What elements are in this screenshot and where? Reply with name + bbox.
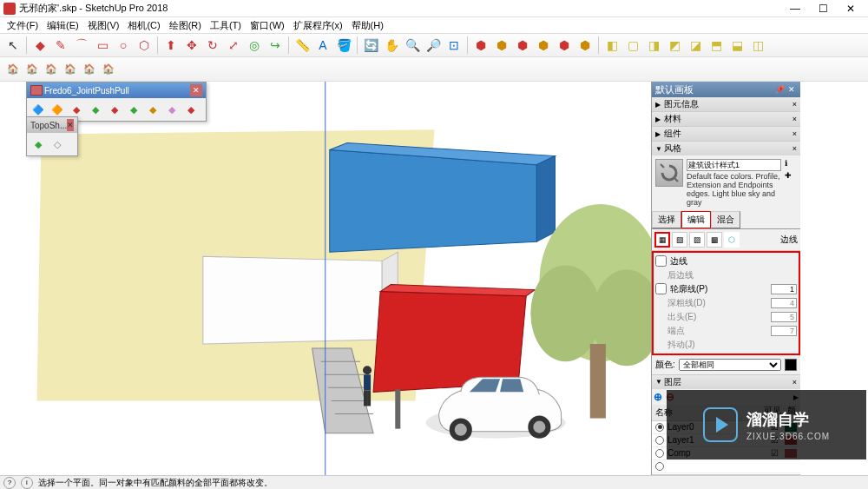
info-icon[interactable]: i — [21, 477, 33, 489]
model-settings-icon[interactable]: ⬡ — [724, 232, 740, 248]
layer-row[interactable] — [652, 460, 800, 473]
section-entity-info[interactable]: ▶ 图元信息 × — [652, 97, 800, 111]
select-icon[interactable]: ↖ — [3, 36, 23, 55]
arc-icon[interactable]: ⌒ — [72, 36, 91, 55]
offset-icon[interactable]: ◎ — [245, 36, 264, 55]
minimize-button[interactable]: — — [781, 0, 809, 17]
jpp-icon[interactable]: ◆ — [125, 101, 142, 118]
jpp-icon[interactable]: ◆ — [163, 101, 181, 118]
view-left-icon[interactable]: ⬒ — [707, 36, 726, 55]
layer-radio[interactable] — [655, 423, 664, 432]
color-swatch[interactable] — [785, 359, 797, 371]
tool-icon[interactable]: ⬢ — [471, 36, 490, 55]
scene-add-icon[interactable]: 🏠 — [3, 60, 23, 79]
close-button[interactable]: ✕ — [837, 0, 865, 17]
scene-next-icon[interactable]: 🏠 — [61, 60, 80, 79]
profile-checkbox[interactable] — [655, 283, 667, 294]
zoomextent-icon[interactable]: ⊡ — [444, 36, 464, 55]
tool-icon[interactable]: ⬢ — [575, 36, 595, 55]
section-styles[interactable]: ▼ 风格 × — [652, 142, 800, 155]
edges-checkbox[interactable] — [655, 255, 667, 267]
tab-edit[interactable]: 编辑 — [681, 211, 711, 228]
jpp-icon[interactable]: ◆ — [182, 101, 200, 118]
menu-view[interactable]: 视图(V) — [84, 18, 123, 33]
followme-icon[interactable]: ↪ — [266, 36, 285, 55]
face-settings-icon[interactable]: ▧ — [672, 232, 687, 248]
panel-close-icon[interactable]: ✕ — [786, 84, 797, 95]
zoomwin-icon[interactable]: 🔎 — [424, 36, 443, 55]
bg-settings-icon[interactable]: ▨ — [689, 232, 705, 248]
scene-del-icon[interactable]: 🏠 — [80, 60, 99, 79]
jpp-icon[interactable]: ◆ — [68, 101, 85, 118]
orbit-icon[interactable]: 🔄 — [361, 36, 380, 55]
rotate-icon[interactable]: ↻ — [203, 36, 222, 55]
text-icon[interactable]: A — [313, 36, 332, 55]
menu-extensions[interactable]: 扩展程序(x) — [290, 18, 346, 33]
section-components[interactable]: ▶ 组件 × — [652, 127, 800, 141]
plugin-titlebar[interactable]: Fredo6_JointPushPull ✕ — [27, 83, 206, 98]
topo-icon[interactable]: ◇ — [49, 135, 66, 153]
section-close-icon[interactable]: × — [792, 144, 797, 153]
color-mode-select[interactable]: 全部相同 — [679, 359, 781, 371]
tape-icon[interactable]: 📏 — [293, 36, 312, 55]
add-layer-icon[interactable]: ⊕ — [654, 391, 662, 403]
tab-select[interactable]: 选择 — [652, 211, 681, 228]
tab-mix[interactable]: 混合 — [711, 211, 740, 228]
plugin-close-icon[interactable]: ✕ — [190, 84, 202, 96]
jpp-icon[interactable]: ◆ — [106, 101, 123, 118]
section-layers[interactable]: ▼ 图层 × — [652, 375, 800, 389]
scene-prev-icon[interactable]: 🏠 — [42, 60, 61, 79]
view-front-icon[interactable]: ◨ — [644, 36, 663, 55]
panel-pin-icon[interactable]: 📌 — [774, 84, 785, 95]
pushpull-icon[interactable]: ⬆ — [161, 36, 181, 55]
watermark-settings-icon[interactable]: ▩ — [707, 232, 722, 248]
polygon-icon[interactable]: ⬡ — [135, 36, 154, 55]
plugin-toposhaper-window[interactable]: TopoSh... ✕ ◆ ◇ — [26, 116, 78, 156]
menu-edit[interactable]: 编辑(E) — [43, 18, 82, 33]
jpp-icon[interactable]: 🔶 — [49, 101, 66, 118]
maximize-button[interactable]: ☐ — [809, 0, 837, 17]
edge-settings-icon[interactable]: ▦ — [654, 232, 670, 248]
jpp-icon[interactable]: 🔷 — [30, 101, 47, 118]
pin-icon[interactable] — [30, 85, 43, 96]
section-close-icon[interactable]: × — [792, 100, 797, 109]
view-iso-icon[interactable]: ◧ — [602, 36, 621, 55]
move-icon[interactable]: ✥ — [182, 36, 201, 55]
menu-help[interactable]: 帮助(H) — [348, 18, 387, 33]
section-close-icon[interactable]: × — [792, 129, 797, 138]
view-top-icon[interactable]: ▢ — [623, 36, 642, 55]
topo-icon[interactable]: ◆ — [30, 135, 47, 153]
help-icon[interactable]: ? — [3, 477, 16, 489]
tool-icon[interactable]: ⬢ — [492, 36, 511, 55]
pan-icon[interactable]: ✋ — [382, 36, 401, 55]
view-back-icon[interactable]: ◪ — [686, 36, 705, 55]
style-new-icon[interactable]: ✚ — [785, 171, 797, 180]
menu-tools[interactable]: 工具(T) — [207, 18, 245, 33]
view-icon[interactable]: ◫ — [748, 36, 767, 55]
section-close-icon[interactable]: × — [792, 378, 797, 387]
plugin-titlebar[interactable]: TopoSh... ✕ — [27, 117, 77, 133]
style-name-input[interactable] — [687, 159, 781, 171]
layer-radio[interactable] — [655, 462, 664, 471]
scale-icon[interactable]: ⤢ — [224, 36, 243, 55]
jpp-icon[interactable]: ◆ — [87, 101, 104, 118]
section-close-icon[interactable]: × — [792, 115, 797, 123]
menu-file[interactable]: 文件(F) — [3, 18, 42, 33]
layer-radio[interactable] — [655, 436, 664, 445]
tool-icon[interactable]: ⬢ — [534, 36, 553, 55]
jpp-icon[interactable]: ◆ — [144, 101, 161, 118]
menu-window[interactable]: 窗口(W) — [247, 18, 288, 33]
zoom-icon[interactable]: 🔍 — [403, 36, 422, 55]
scene-update-icon[interactable]: 🏠 — [23, 60, 42, 79]
view-right-icon[interactable]: ◩ — [665, 36, 684, 55]
plugin-close-icon[interactable]: ✕ — [67, 119, 74, 131]
paint-icon[interactable]: 🪣 — [334, 36, 353, 55]
style-thumbnail[interactable] — [655, 159, 683, 187]
section-materials[interactable]: ▶ 材料 × — [652, 112, 800, 126]
rectangle-icon[interactable]: ▭ — [93, 36, 112, 55]
panel-header[interactable]: 默认画板 📌 ✕ — [652, 82, 800, 97]
menu-draw[interactable]: 绘图(R) — [166, 18, 205, 33]
layer-radio[interactable] — [655, 449, 664, 458]
menu-camera[interactable]: 相机(C) — [124, 18, 163, 33]
tool-icon[interactable]: ⬢ — [555, 36, 574, 55]
